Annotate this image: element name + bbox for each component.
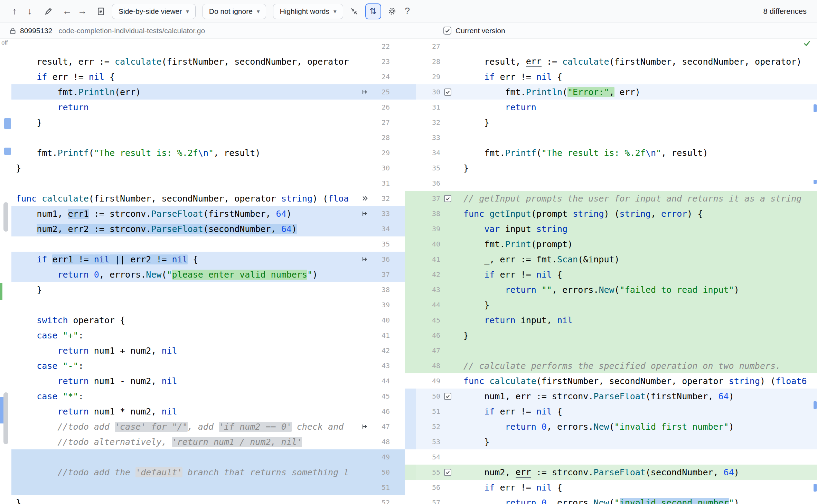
code-line[interactable]: } [11,282,359,297]
code-line[interactable]: if err != nil { [11,69,359,84]
code-line[interactable]: } [459,434,817,449]
code-line[interactable]: //todo alternatively, 'return num1 / num… [11,434,359,449]
code-line[interactable]: case "-": [11,358,359,373]
code-line[interactable] [11,297,359,312]
diff-change-checkbox[interactable] [444,393,451,400]
synchronize-scrolling-toggle[interactable]: ⇅ [365,3,381,19]
code-line[interactable]: } [459,160,817,176]
change-marker[interactable] [4,148,11,155]
code-line[interactable]: if err != nil { [459,69,817,84]
apply-change-icon[interactable] [359,88,371,96]
settings-gear-icon[interactable] [385,4,400,19]
file-path[interactable]: code-completion-individual-tests/calcula… [58,27,205,35]
code-line[interactable]: fmt.Printf("The result is: %.2f\n", resu… [11,145,359,160]
change-stripe-mark[interactable] [814,484,817,492]
code-line[interactable] [11,176,359,191]
change-stripe-mark[interactable] [814,180,817,184]
code-line[interactable]: num1, err := strconv.ParseFloat(firstNum… [459,389,817,404]
change-stripe-mark[interactable] [814,401,817,409]
code-line[interactable] [459,343,817,358]
scrollbar-thumb[interactable] [3,392,8,444]
forward-icon[interactable]: → [75,4,90,19]
change-marker[interactable] [0,397,3,423]
code-line[interactable]: if err != nil { [459,404,817,419]
code-line[interactable] [11,236,359,252]
code-line[interactable]: // getInput prompts the user for input a… [459,191,817,206]
apply-all-chevron-icon[interactable] [359,195,371,202]
code-line[interactable]: return num1 * num2, nil [11,404,359,419]
whitespace-ignore-dropdown[interactable]: Do not ignore ▾ [203,4,266,19]
code-line[interactable]: fmt.Println(err) [11,84,359,100]
code-line[interactable]: return 0, errors.New("please enter valid… [11,267,359,282]
code-line[interactable]: if err1 != nil || err2 != nil { [11,252,359,267]
apply-change-icon[interactable] [359,423,371,430]
code-line[interactable]: case "*": [11,389,359,404]
diff-change-checkbox[interactable] [444,195,451,202]
help-icon[interactable]: ? [400,4,415,19]
edit-icon[interactable] [41,4,56,19]
code-line[interactable]: return num1 + num2, nil [11,343,359,358]
code-line[interactable]: _, err := fmt.Scan(&input) [459,252,817,267]
current-version-checkbox[interactable] [443,27,451,35]
back-icon[interactable]: ← [59,4,75,19]
change-stripe-mark[interactable] [814,104,817,112]
code-line[interactable]: result, err := calculate(firstNumber, se… [459,54,817,69]
code-line[interactable]: func getInput(prompt string) (string, er… [459,206,817,221]
code-line[interactable]: result, err := calculate(firstNumber, se… [11,54,359,69]
code-line[interactable]: case "+": [11,328,359,343]
diff-change-checkbox[interactable] [444,88,451,96]
highlight-mode-dropdown[interactable]: Highlight words ▾ [273,4,343,19]
code-line[interactable] [459,130,817,145]
soft-wrap-indicator[interactable]: off [1,39,8,46]
viewer-mode-dropdown[interactable]: Side-by-side viewer ▾ [112,4,196,19]
code-line[interactable]: } [11,160,359,176]
code-line[interactable] [459,449,817,465]
code-line[interactable]: } [459,297,817,312]
code-line[interactable] [459,176,817,191]
code-line[interactable]: switch operator { [11,312,359,328]
code-line[interactable]: num2, err2 := strconv.ParseFloat(secondN… [11,221,359,236]
previous-difference-icon[interactable]: ↑ [7,4,22,19]
code-line[interactable]: num2, err := strconv.ParseFloat(secondNu… [459,465,817,480]
code-line[interactable]: num1, err1 := strconv.ParseFloat(firstNu… [11,206,359,221]
change-marker[interactable] [0,283,2,300]
diff-change-checkbox[interactable] [444,469,451,476]
code-line[interactable]: return 0, errors.New("invalid second num… [459,495,817,504]
code-line[interactable]: return "", errors.New("failed to read in… [459,282,817,297]
change-marker[interactable] [4,118,11,129]
code-line[interactable]: } [11,495,359,504]
code-line[interactable]: fmt.Print(prompt) [459,236,817,252]
scrollbar-thumb[interactable] [3,202,8,232]
left-code-pane[interactable]: result, err := calculate(firstNumber, se… [11,39,359,504]
code-line[interactable] [11,480,359,495]
code-line[interactable]: if err != nil { [459,267,817,282]
inspections-ok-check-icon[interactable] [802,39,811,49]
code-line[interactable]: // calculate performs the specified oper… [459,358,817,373]
code-line[interactable]: return input, nil [459,312,817,328]
code-line[interactable]: fmt.Printf("The result is: %.2f\n", resu… [459,145,817,160]
code-line[interactable]: } [459,115,817,130]
apply-change-icon[interactable] [359,255,371,263]
code-line[interactable]: //todo add 'case' for "/", add 'if num2 … [11,419,359,434]
code-line[interactable]: var input string [459,221,817,236]
code-line[interactable]: } [459,328,817,343]
code-line[interactable]: return [459,100,817,115]
code-line[interactable]: fmt.Println("Error:", err) [459,84,817,100]
collapse-blocks-icon[interactable] [347,4,362,19]
right-error-stripe[interactable] [813,39,817,504]
code-line[interactable]: if err != nil { [459,480,817,495]
code-line[interactable] [11,449,359,465]
compare-file-icon[interactable] [93,4,109,19]
code-line[interactable]: //todo add the 'default' branch that ret… [11,465,359,480]
apply-change-icon[interactable] [359,210,371,217]
code-line[interactable]: } [11,115,359,130]
code-line[interactable]: return 0, errors.New("invalid first numb… [459,419,817,434]
code-line[interactable]: func calculate(firstNumber, secondNumber… [459,373,817,389]
code-line[interactable]: return [11,100,359,115]
code-line[interactable] [11,130,359,145]
code-line[interactable]: return num1 - num2, nil [11,373,359,389]
right-code-pane[interactable]: result, err := calculate(firstNumber, se… [459,39,817,504]
code-line[interactable] [11,39,359,54]
next-difference-icon[interactable]: ↓ [22,4,37,19]
code-line[interactable]: func calculate(firstNumber, secondNumber… [11,191,359,206]
